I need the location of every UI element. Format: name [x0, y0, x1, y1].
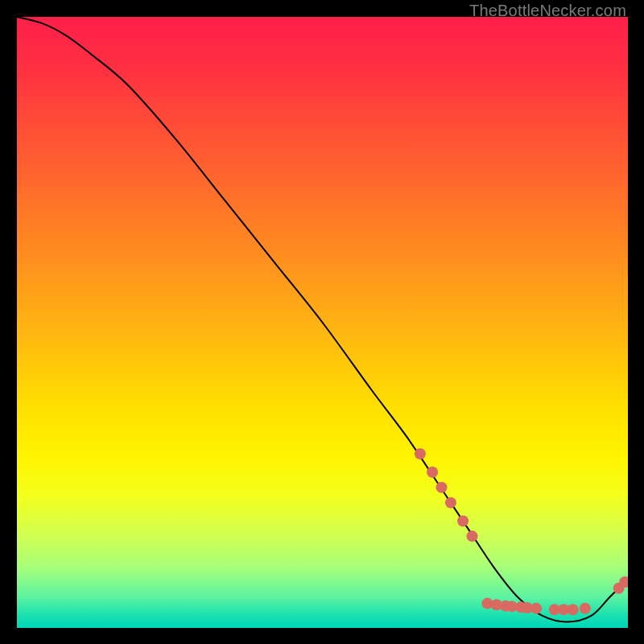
marker-dot — [445, 497, 456, 508]
markers-group — [415, 448, 628, 616]
chart-stage: TheBottleNecker.com — [0, 0, 644, 644]
marker-dot — [568, 604, 579, 615]
marker-dot — [457, 515, 469, 526]
marker-dot — [530, 603, 542, 614]
marker-dot — [580, 603, 591, 614]
marker-dot — [467, 530, 478, 542]
marker-dot — [436, 481, 448, 493]
marker-dot — [427, 467, 438, 478]
plot-area — [17, 17, 628, 628]
chart-svg — [17, 17, 628, 628]
bottleneck-curve — [17, 17, 628, 621]
marker-dot — [415, 448, 426, 460]
